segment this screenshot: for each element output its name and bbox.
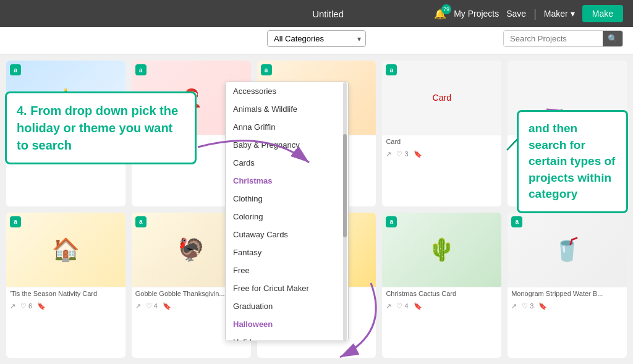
category-dropdown-wrapper: All Categories ▾ xyxy=(267,30,366,47)
card-image[interactable]: 🥤 xyxy=(508,213,627,287)
make-button[interactable]: Make xyxy=(582,5,623,22)
share-action[interactable]: ↗ xyxy=(386,302,391,310)
toolbar: All Categories ▾ 🔍 xyxy=(0,27,633,54)
save-button[interactable]: Save xyxy=(506,9,526,19)
share-action[interactable]: ↗ xyxy=(511,302,517,310)
divider: | xyxy=(533,7,537,20)
save-action[interactable]: 🔖 xyxy=(414,302,422,310)
dropdown-item-free-maker[interactable]: Free for Cricut Maker xyxy=(226,279,348,297)
card-image[interactable]: Card xyxy=(382,61,501,135)
header-title: Untitled xyxy=(222,9,434,19)
avatar-badge: a xyxy=(10,216,21,227)
dropdown-item-graduation[interactable]: Graduation xyxy=(226,297,348,315)
dropdown-item-baby[interactable]: Baby & Pregnancy xyxy=(226,136,348,154)
like-action[interactable]: ♡ 3 xyxy=(396,150,408,158)
card-label: Monogram Stripped Water B... xyxy=(508,287,627,300)
card-row2-3: 🌵 a Christmas Cactus Card ↗ ♡ 4 🔖 xyxy=(382,213,501,358)
card-actions: ↗ ♡ 3 🔖 xyxy=(382,148,501,161)
dropdown-item-holidays[interactable]: Holidays xyxy=(226,333,348,341)
maker-dropdown[interactable]: Maker ▾ xyxy=(544,9,575,19)
scroll-thumb xyxy=(343,134,347,237)
search-button[interactable]: 🔍 xyxy=(603,31,622,46)
avatar-badge: a xyxy=(10,64,21,75)
header: Untitled 🔔 79 My Projects Save | Maker ▾… xyxy=(0,0,633,27)
card-image[interactable]: 🌵 xyxy=(382,213,501,287)
dropdown-item-anna[interactable]: Anna Griffin xyxy=(226,118,348,136)
avatar-badge: a xyxy=(135,216,147,227)
like-action[interactable]: ♡ 4 xyxy=(396,302,408,310)
dropdown-item-cards[interactable]: Cards xyxy=(226,154,348,172)
tooltip-right: and then search for certain types of pro… xyxy=(517,110,628,213)
maker-label: Maker xyxy=(544,9,568,19)
like-action[interactable]: ♡ 3 xyxy=(522,302,533,310)
dropdown-item-animals[interactable]: Animals & Wildlife xyxy=(226,100,348,118)
avatar-badge: a xyxy=(386,64,397,75)
dropdown-item-clothing[interactable]: Clothing xyxy=(226,190,348,208)
dropdown-item-halloween[interactable]: Halloween xyxy=(226,315,348,333)
share-action[interactable]: ↗ xyxy=(10,302,15,310)
search-icon: 🔍 xyxy=(608,34,618,43)
dropdown-item-coloring[interactable]: Coloring xyxy=(226,208,348,226)
card-actions: ↗ ♡ 3 🔖 xyxy=(508,300,627,313)
card-image[interactable]: 🏠 xyxy=(6,213,125,287)
scrollbar xyxy=(343,82,347,341)
dropdown-item-fantasy[interactable]: Fantasy xyxy=(226,243,348,261)
dropdown-item-free[interactable]: Free xyxy=(226,261,348,279)
like-action[interactable]: ♡ 4 xyxy=(146,302,158,310)
card-label: Card xyxy=(382,135,501,148)
dropdown-item-christmas[interactable]: Christmas xyxy=(226,172,348,190)
dropdown-item-cutaway[interactable]: Cutaway Cards xyxy=(226,226,348,243)
avatar-badge: a xyxy=(386,216,397,227)
card-row2-4: 🥤 a Monogram Stripped Water B... ↗ ♡ 3 🔖 xyxy=(508,213,627,358)
save-action[interactable]: 🔖 xyxy=(538,302,547,310)
category-dropdown-menu: Accessories Animals & Wildlife Anna Grif… xyxy=(225,82,349,341)
main-area: 🎄 a Merry Christm... ↗ ♡ 2 🔖 🎅 a ↗ ♡ 3 🔖 xyxy=(0,54,633,364)
avatar-badge: a xyxy=(261,64,272,75)
category-select[interactable]: All Categories xyxy=(267,30,366,47)
avatar-badge: a xyxy=(511,216,522,227)
search-bar: 🔍 xyxy=(503,30,623,47)
card-label: Christmas Cactus Card xyxy=(382,287,501,300)
chevron-down-icon: ▾ xyxy=(571,9,575,19)
search-input[interactable] xyxy=(504,31,603,46)
my-projects-link[interactable]: My Projects xyxy=(454,9,499,19)
card-label: 'Tis the Season Nativity Card xyxy=(6,287,125,300)
bell-badge: 79 xyxy=(441,4,451,14)
dropdown-item-accessories[interactable]: Accessories xyxy=(226,82,348,100)
share-action[interactable]: ↗ xyxy=(386,150,391,158)
save-action[interactable]: 🔖 xyxy=(163,302,171,310)
bell-button[interactable]: 🔔 79 xyxy=(434,8,446,20)
card-row2-0: 🏠 a 'Tis the Season Nativity Card ↗ ♡ 6 … xyxy=(6,213,125,358)
tooltip-left: 4. From drop down pick the holiday or th… xyxy=(5,91,197,164)
share-action[interactable]: ↗ xyxy=(135,302,141,310)
avatar-badge: a xyxy=(135,64,147,75)
header-right: 🔔 79 My Projects Save | Maker ▾ Make xyxy=(434,5,623,22)
card-actions: ↗ ♡ 6 🔖 xyxy=(6,300,125,313)
save-action[interactable]: 🔖 xyxy=(37,302,46,310)
card-row1-3: Card a Card ↗ ♡ 3 🔖 xyxy=(382,61,501,206)
like-action[interactable]: ♡ 6 xyxy=(20,302,32,310)
card-actions: ↗ ♡ 4 🔖 xyxy=(382,300,501,313)
save-action[interactable]: 🔖 xyxy=(414,150,422,158)
